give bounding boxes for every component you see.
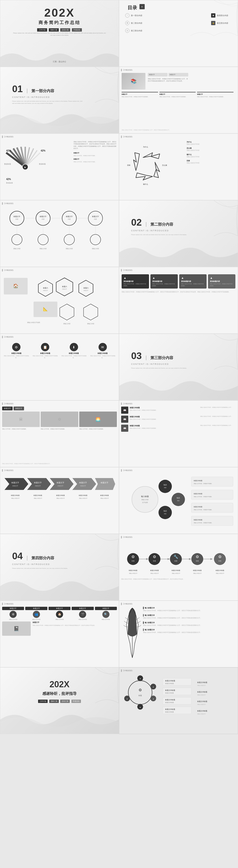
svg-text:标题文本标题: 标题文本标题 bbox=[197, 710, 207, 712]
section3-header: 03 ｜ 第三部分内容 bbox=[131, 350, 173, 361]
svg-text:内容文字: 内容文字 bbox=[83, 290, 88, 291]
slide-title: 202X 商务简约工作总结 工作计划 指标汇报 总结汇报 年度总结 Please… bbox=[0, 0, 119, 67]
svg-text:标题文本标题: 标题文本标题 bbox=[129, 569, 137, 571]
svg-text:请输入文字内容，本模板均可编辑。: 请输入文字内容，本模板均可编辑。 bbox=[194, 509, 213, 510]
svg-point-26 bbox=[36, 211, 50, 225]
svg-rect-110 bbox=[191, 503, 233, 513]
section4-intro: CONTENT IS INTRODUCED bbox=[12, 563, 50, 565]
slide-section-01: 01 ｜ 第一部分内容 CONTENT IS INTRODUCED Please… bbox=[0, 67, 119, 133]
slide-work-4: 工作概述报告 📚 标题文字 标题文字 请输入您的文字内容，本模板文本框均可直接编… bbox=[119, 67, 238, 133]
svg-text:标题文字: 标题文字 bbox=[39, 216, 46, 217]
svg-text:标题文本标题: 标题文本标题 bbox=[171, 569, 180, 571]
slide-work-5: 工作概述报告 ▶ bbox=[0, 133, 119, 200]
section2-intro: CONTENT IS INTRODUCED bbox=[131, 229, 169, 232]
toc-item-1: ♡ 第一部分内容 bbox=[125, 13, 142, 18]
svg-text:标题文本标题: 标题文本标题 bbox=[193, 506, 202, 507]
toc-item-2: ✿ 第二部分内容 bbox=[125, 21, 142, 25]
svg-text:请输入文字内容，本模板均可编辑。: 请输入文字内容，本模板均可编辑。 bbox=[194, 522, 213, 523]
slide-work-20: 工作概述报告 输入标题文本 请输入您的文字内容，本模板文本框均可直接编辑输入文 bbox=[119, 600, 238, 667]
svg-marker-135 bbox=[210, 558, 213, 560]
svg-text:标题文本标题: 标题文本标题 bbox=[150, 569, 159, 571]
svg-text:标题文本标题: 标题文本标题 bbox=[165, 680, 175, 682]
svg-text:⚙: ⚙ bbox=[218, 555, 221, 559]
section4-header: 04 ｜ 第四部分内容 bbox=[12, 551, 54, 561]
book-flow: 📖 标题文本标题 请输入您的文字内容，本模板文本框均可直接编辑。 请输入您的文字… bbox=[121, 407, 236, 432]
svg-point-30 bbox=[62, 211, 76, 225]
svg-text:⚙: ⚙ bbox=[131, 555, 135, 559]
svg-rect-113 bbox=[191, 516, 233, 526]
svg-text:🏠: 🏠 bbox=[13, 283, 19, 288]
section-desc: Please replace text, click add and delet… bbox=[12, 100, 83, 104]
svg-text:请输入内容文字: 请输入内容文字 bbox=[197, 713, 206, 715]
svg-rect-169 bbox=[163, 697, 191, 704]
svg-text:请输入内容: 请输入内容 bbox=[13, 248, 21, 249]
section-wave-top bbox=[71, 67, 119, 102]
chart-text: 请输入您的文字内容，本模板文本框均可直接编辑输入文字，请把文字替换成您需要的文字… bbox=[74, 141, 116, 163]
slide-work-14: 工作概述报告 📖 标题文本标题 请输入您的文字内容，本模板文本框均可直接编辑。 … bbox=[119, 400, 238, 467]
svg-text:标题文本标题: 标题文本标题 bbox=[165, 702, 174, 703]
svg-point-40 bbox=[90, 235, 101, 245]
svg-marker-125 bbox=[167, 558, 170, 560]
svg-text:标题文本标题: 标题文本标题 bbox=[197, 701, 207, 702]
svg-text:请输入内容文字: 请输入内容文字 bbox=[151, 572, 159, 574]
section-title: 第一部分内容 bbox=[31, 89, 54, 94]
work-label-10: 工作概述报告 bbox=[121, 269, 133, 272]
svg-text:标题文本标题: 标题文本标题 bbox=[193, 480, 202, 482]
svg-text:标题文本标题: 标题文本标题 bbox=[197, 691, 207, 693]
svg-rect-172 bbox=[163, 707, 191, 714]
svg-text:请输入内容: 请输入内容 bbox=[92, 248, 99, 249]
svg-text:内容文字: 内容文字 bbox=[62, 288, 67, 290]
title-subtitle: Please replace text, click add and delet… bbox=[0, 32, 119, 36]
thanks-tag-2: 指标汇报 bbox=[49, 700, 59, 703]
svg-text:标题文本标题: 标题文本标题 bbox=[56, 494, 65, 496]
svg-text:请输入内容文字: 请输入内容文字 bbox=[193, 572, 202, 574]
svg-point-38 bbox=[38, 235, 48, 245]
thanks-tag-3: 总结汇报 bbox=[60, 700, 70, 703]
circle-gear: 输入标题 请输入内容 文字说明 知识 标题 知识 标题 知识 标题 标题文本 bbox=[121, 472, 236, 528]
svg-text:请输入文字内容，本模板均可编辑。: 请输入文字内容，本模板均可编辑。 bbox=[194, 483, 213, 484]
toc-wave bbox=[178, 0, 238, 36]
svg-text:请输入内容文字: 请输入内容文字 bbox=[79, 498, 87, 499]
section4-wave bbox=[0, 572, 119, 600]
fan-chart: ▶ 42% 42% 42% 数据标题 数据标题 数据标题 bbox=[4, 141, 47, 184]
section3-wave-top bbox=[190, 334, 238, 370]
svg-text:标题六: 标题六 bbox=[62, 286, 67, 287]
work-label-18: 工作概述报告 bbox=[121, 536, 133, 538]
svg-point-98 bbox=[159, 506, 172, 519]
svg-marker-67 bbox=[4, 478, 28, 490]
svg-marker-63 bbox=[83, 304, 98, 320]
work-label-5: 工作概述报告 bbox=[2, 135, 14, 138]
svg-text:42%: 42% bbox=[6, 149, 11, 152]
hexagon-layout: 🏠 标题六 内容文字 标题六 内容文字 标题六 内容文字 📐 bbox=[3, 273, 116, 326]
svg-text:数据标题: 数据标题 bbox=[4, 163, 11, 165]
image-tabs-bottom: 请输入您的文字内容，本模板文本框均可直接编辑输入文字，请把文字替换成您需要的文字… bbox=[2, 463, 117, 465]
work-label-19: 工作概述报告 bbox=[2, 603, 14, 605]
svg-text:标题文本标题: 标题文本标题 bbox=[165, 708, 175, 710]
section2-header: 02 ｜ 第二部分内容 bbox=[131, 217, 173, 228]
svg-text:请输入内容文字: 请输入内容文字 bbox=[197, 694, 206, 695]
slide-toc: 目录 ≡ ♡ 第一部分内容 ✿ 第二部分内容 ◎ 第三部分内容 ▣ 第四部分内容 bbox=[119, 0, 238, 67]
svg-text:标题文本标题: 标题文本标题 bbox=[79, 494, 87, 496]
svg-text:请输入内容文字: 请输入内容文字 bbox=[197, 704, 206, 705]
svg-text:内容: 内容 bbox=[42, 218, 45, 220]
svg-text:数据标题: 数据标题 bbox=[6, 182, 13, 184]
svg-text:请输入内容文字: 请输入内容文字 bbox=[197, 685, 206, 686]
slide-section-03: 03 ｜ 第三部分内容 CONTENT IS INTRODUCED Please… bbox=[119, 334, 238, 400]
svg-text:怎么做: 怎么做 bbox=[162, 164, 167, 166]
svg-text:文字说明: 文字说明 bbox=[142, 502, 148, 503]
svg-text:标题文本标题: 标题文本标题 bbox=[193, 519, 202, 521]
svg-marker-120 bbox=[146, 558, 149, 560]
work-label-extra: 工作概述报告 bbox=[121, 670, 133, 672]
thanks-tag-4: 年度总结 bbox=[72, 700, 81, 703]
slide-placeholder: 工作概述报告 ⚙ 标题 ★ ♦ ● ▲ bbox=[119, 667, 238, 734]
svg-text:内容文字: 内容文字 bbox=[58, 485, 63, 487]
work-label-14: 工作概述报告 bbox=[121, 403, 133, 405]
tag-2: 指标汇报 bbox=[49, 28, 59, 32]
svg-text:标题文字: 标题文字 bbox=[101, 482, 108, 484]
toc-icon: ≡ bbox=[139, 4, 145, 9]
svg-text:请输入内容文字: 请输入内容文字 bbox=[101, 498, 109, 499]
feather-icon bbox=[122, 606, 143, 660]
thanks-title: 感谢聆听，批评指导 bbox=[0, 691, 119, 696]
svg-text:请输入内容文字: 请输入内容文字 bbox=[216, 572, 224, 574]
thanks-tag-1: 工作计划 bbox=[38, 700, 48, 703]
